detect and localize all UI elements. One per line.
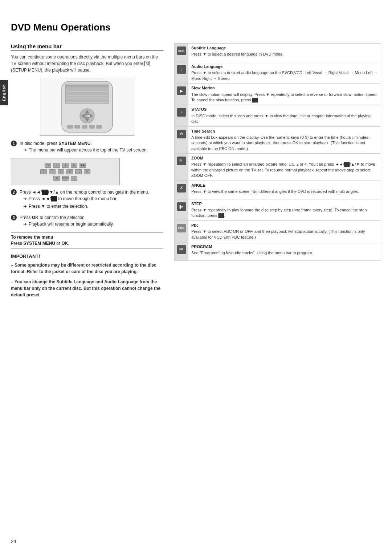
zoom-title: ZOOM — [191, 155, 378, 161]
step-2-arrow-2: ➜ Press ▼ to enter the selection. — [23, 203, 163, 210]
feature-content-step: STEP Press ▼ repeatedly to play forward … — [188, 199, 381, 220]
program-icon: PR — [177, 245, 186, 254]
feature-row-zoom: 🔍 ZOOM Press ▼ repeatedly to select an e… — [175, 154, 381, 181]
slow-desc: The slow motion speed will display. Pres… — [191, 92, 378, 103]
menu-icon-1: TV — [45, 163, 51, 168]
step-title: STEP — [191, 201, 378, 207]
important-item-2: – You can change the Subtitle Language a… — [11, 279, 163, 298]
page-container: English DVD Menu Operations Using the me… — [0, 0, 392, 555]
arrow-icon-2: ➜ — [23, 195, 27, 202]
svg-text:OK: OK — [86, 114, 90, 118]
angle-title: ANGLE — [191, 183, 378, 188]
angle-icon: ∠ — [177, 184, 186, 193]
menu-icon-6: ① — [40, 169, 47, 174]
feature-row-audio: ♪ Audio Language Press ▼ to select a des… — [175, 62, 381, 84]
svg-rect-15 — [74, 125, 80, 129]
step-icon: ▐► — [177, 202, 186, 211]
menu-icon-7: T — [49, 169, 56, 174]
left-column: Using the menu bar You can continue some… — [11, 43, 163, 302]
feature-content-slow: Slow Motion The slow motion speed will d… — [188, 84, 381, 105]
step-2-num: 2 — [11, 189, 17, 195]
feature-icon-slow: ▶ — [175, 84, 188, 105]
feature-row-slow: ▶ Slow Motion The slow motion speed will… — [175, 84, 381, 105]
menu-bar-image: TV ♪ ◄ ► ▶▶ ① T C ⊕ 🔍 ≡ — [11, 158, 120, 185]
feature-content-zoom: ZOOM Press ▼ repeatedly to select an enl… — [188, 154, 381, 181]
two-column-layout: Using the menu bar You can continue some… — [11, 43, 381, 302]
feature-content-program: PROGRAM See "Programming favourite track… — [188, 242, 381, 260]
section-heading: Using the menu bar — [11, 43, 163, 51]
svg-rect-14 — [67, 125, 73, 129]
status-icon: i — [177, 108, 186, 117]
subtitle-title: Subtitle Language — [191, 45, 378, 51]
zoom-icon: 🔍 — [177, 157, 186, 165]
feature-icon-angle: ∠ — [175, 181, 188, 199]
feature-icon-status: i — [175, 105, 188, 126]
feature-icon-zoom: 🔍 — [175, 154, 188, 181]
step-1-num: 1 — [11, 141, 17, 146]
feature-content-audio: Audio Language Press ▼ to select a desir… — [188, 62, 381, 83]
step-3-arrow-1: ➜ Playback will resume or begin automati… — [23, 221, 163, 227]
language-tab: English — [0, 80, 8, 105]
time-title: Time Search — [191, 129, 378, 134]
status-desc: In DISC mode, select this icon and press… — [191, 113, 378, 125]
step-2-content: Press ◄◄/██/▼/▲ on the remote control to… — [20, 189, 163, 211]
arrow-icon-4: ➜ — [23, 221, 27, 227]
feature-icon-pbc: PBC — [175, 221, 188, 242]
remote-svg: OK — [44, 80, 131, 134]
remote-image: OK — [40, 78, 134, 136]
page-number: 24 — [11, 539, 16, 544]
step-3-arrow-text: Playback will resume or begin automatica… — [29, 221, 114, 227]
svg-rect-2 — [66, 85, 108, 88]
step-3-num: 3 — [11, 215, 17, 220]
step-1-arrow-1: ➜ The menu bar will appear across the to… — [23, 147, 163, 153]
remove-menu-text: Press SYSTEM MENU or OK. — [11, 241, 163, 246]
menu-bar-row-2: ① T C ⊕ 🔍 ≡ — [40, 169, 90, 174]
step-3: 3 Press OK to confirm the selection. ➜ P… — [11, 214, 163, 228]
arrow-icon-3: ➜ — [23, 203, 27, 210]
feature-row-angle: ∠ ANGLE Press ▼ to view the same scene f… — [175, 181, 381, 199]
page-title: DVD Menu Operations — [11, 22, 381, 36]
step-desc: Press ▼ repeatedly to play forward the d… — [191, 207, 378, 219]
menu-icon-4: ► — [71, 163, 77, 168]
menu-icon-11: ≡ — [84, 169, 90, 174]
english-label: English — [2, 84, 6, 101]
menu-icon-5: ▶▶ — [79, 163, 86, 168]
arrow-icon: ➜ — [23, 147, 27, 153]
program-title: PROGRAM — [191, 244, 378, 250]
feature-row-step: ▐► STEP Press ▼ repeatedly to play forwa… — [175, 199, 381, 221]
time-icon: ⏱ — [177, 130, 186, 138]
pbc-title: Pbc — [191, 223, 378, 228]
audio-icon: ♪ — [177, 65, 186, 74]
step-2-arrow-text-1: Press ◄◄/██ to move through the menu bar… — [29, 195, 118, 202]
status-title: STATUS — [191, 107, 378, 112]
svg-rect-17 — [89, 125, 95, 129]
audio-desc: Press ▼ to select a desired audio langua… — [191, 70, 378, 81]
important-item-1: – Some operations may be different or re… — [11, 262, 163, 275]
zoom-desc: Press ▼ repeatedly to select an enlarged… — [191, 162, 378, 178]
pbc-icon: PBC — [177, 224, 186, 232]
step-3-content: Press OK to confirm the selection. ➜ Pla… — [20, 214, 163, 228]
step-1: 1 In disc mode, press SYSTEM MENU. ➜ The… — [11, 140, 163, 154]
menu-bar-row-1: TV ♪ ◄ ► ▶▶ — [45, 163, 86, 168]
feature-content-pbc: Pbc Press ▼ to select PBC ON or OFF, and… — [188, 221, 381, 242]
menu-bar-row-3: ⚙ PBC m — [53, 176, 77, 181]
feature-content-angle: ANGLE Press ▼ to view the same scene fro… — [188, 181, 381, 199]
svg-rect-16 — [82, 125, 87, 129]
slow-icon: ▶ — [177, 86, 186, 95]
subtitle-icon: SUB — [177, 46, 186, 55]
intro-paragraph: You can continue some operations directl… — [11, 54, 163, 73]
important-box: IMPORTANT! – Some operations may be diff… — [11, 253, 163, 298]
feature-icon-subtitle: SUB — [175, 44, 188, 62]
menu-icon-14: m — [71, 176, 77, 181]
feature-content-status: STATUS In DISC mode, select this icon an… — [188, 105, 381, 126]
step-2-arrow-1: ➜ Press ◄◄/██ to move through the menu b… — [23, 195, 163, 202]
menu-icon-8: C — [58, 169, 64, 174]
menu-icon-2: ♪ — [53, 163, 60, 168]
feature-icon-audio: ♪ — [175, 62, 188, 83]
feature-icon-time: ⏱ — [175, 127, 188, 154]
pbc-desc: Press ▼ to select PBC ON or OFF, and the… — [191, 229, 378, 240]
feature-icon-program: PR — [175, 242, 188, 260]
step-1-arrow-text: The menu bar will appear across the top … — [29, 147, 148, 153]
slow-title: Slow Motion — [191, 85, 378, 91]
angle-desc: Press ▼ to view the same scene from diff… — [191, 189, 378, 194]
